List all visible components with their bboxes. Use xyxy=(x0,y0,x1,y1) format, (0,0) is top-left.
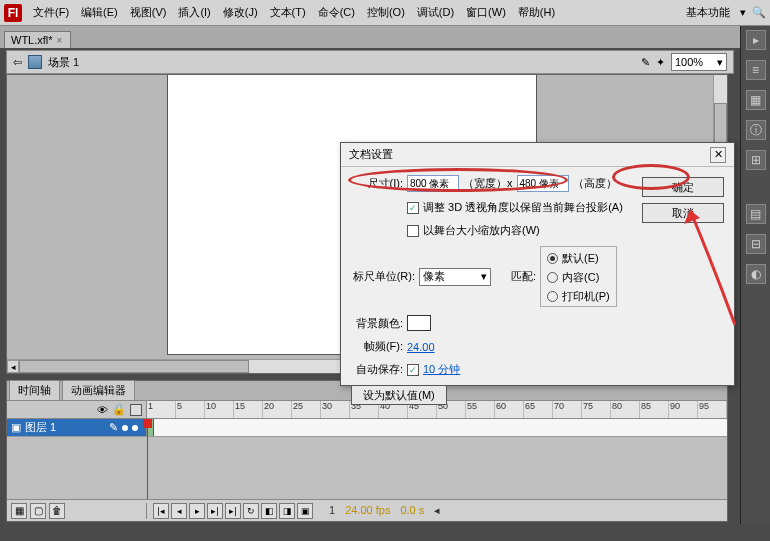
frames-track[interactable] xyxy=(147,419,727,436)
scale-content-checkbox[interactable] xyxy=(407,225,419,237)
panel-properties-icon[interactable]: ≡ xyxy=(746,60,766,80)
menu-file[interactable]: 文件(F) xyxy=(28,3,74,22)
match-content-radio[interactable] xyxy=(547,272,558,283)
lock-icon[interactable]: 🔒 xyxy=(112,403,126,416)
scene-label: 场景 1 xyxy=(48,55,79,70)
delete-layer-icon[interactable]: 🗑 xyxy=(49,503,65,519)
autosave-label: 自动保存: xyxy=(351,362,403,377)
layer-row[interactable]: ▣ 图层 1 ✎ xyxy=(7,419,727,437)
new-folder-icon[interactable]: ▢ xyxy=(30,503,46,519)
status-end-icon: ◂ xyxy=(434,504,440,517)
timeline-stats: 1 24.00 fps 0.0 s ◂ xyxy=(319,504,440,517)
new-layer-icon[interactable]: ▦ xyxy=(11,503,27,519)
match-group: 默认(E) 内容(C) 打印机(P) xyxy=(540,246,617,307)
match-default-radio[interactable] xyxy=(547,253,558,264)
panel-expand-icon[interactable]: ▸ xyxy=(746,30,766,50)
zoom-input[interactable]: 100% ▾ xyxy=(671,53,727,71)
menu-text[interactable]: 文本(T) xyxy=(265,3,311,22)
playback-controls: |◂ ◂ ▸ ▸| ▸| ↻ ◧ ◨ ▣ xyxy=(147,503,319,519)
scroll-h-thumb[interactable] xyxy=(19,360,249,373)
ruler-tick: 25 xyxy=(292,401,321,418)
scene-bar: ⇦ 场景 1 ✎ ✦ 100% ▾ xyxy=(6,50,734,74)
width-input[interactable]: 800 像素 xyxy=(407,175,459,192)
menu-bar: Fl 文件(F) 编辑(E) 视图(V) 插入(I) 修改(J) 文本(T) 命… xyxy=(0,0,770,26)
ruler-tick: 1 xyxy=(147,401,176,418)
menu-control[interactable]: 控制(O) xyxy=(362,3,410,22)
close-icon[interactable]: × xyxy=(57,35,63,46)
match-printer-radio[interactable] xyxy=(547,291,558,302)
panel-library-icon[interactable]: ▦ xyxy=(746,90,766,110)
set-default-button[interactable]: 设为默认值(M) xyxy=(351,385,447,405)
eye-icon[interactable]: 👁 xyxy=(97,404,108,416)
onion-outline-icon[interactable]: ◨ xyxy=(279,503,295,519)
adjust-3d-label: 调整 3D 透视角度以保留当前舞台投影(A) xyxy=(423,200,623,215)
scroll-left-icon[interactable]: ◂ xyxy=(7,360,19,373)
edit-scene-icon[interactable]: ✎ xyxy=(641,56,650,69)
scene-icon xyxy=(28,55,42,69)
autosave-checkbox[interactable]: ✓ xyxy=(407,364,419,376)
back-icon[interactable]: ⇦ xyxy=(13,56,22,69)
fps-input[interactable]: 24.00 xyxy=(407,341,435,353)
chevron-down-icon: ▾ xyxy=(481,270,487,283)
menu-view[interactable]: 视图(V) xyxy=(125,3,172,22)
menu-command[interactable]: 命令(C) xyxy=(313,3,360,22)
prev-frame-icon[interactable]: ◂ xyxy=(171,503,187,519)
onion-skin-icon[interactable]: ◧ xyxy=(261,503,277,519)
menu-debug[interactable]: 调试(D) xyxy=(412,3,459,22)
fps-label: 帧频(F): xyxy=(351,339,403,354)
workspace-switcher[interactable]: 基本功能 xyxy=(682,3,734,22)
height-suffix: （高度） xyxy=(573,176,617,191)
outline-icon[interactable] xyxy=(130,404,142,416)
symbol-icon[interactable]: ✦ xyxy=(656,56,665,69)
size-label: 尺寸(I): xyxy=(351,176,403,191)
tab-motion-editor[interactable]: 动画编辑器 xyxy=(62,380,135,400)
document-tabs: WTL.xfl* × xyxy=(0,26,770,48)
autosave-value[interactable]: 10 分钟 xyxy=(423,362,460,377)
panel-align-icon[interactable]: ⊟ xyxy=(746,234,766,254)
playhead[interactable] xyxy=(147,419,148,499)
edit-multi-icon[interactable]: ▣ xyxy=(297,503,313,519)
tab-timeline[interactable]: 时间轴 xyxy=(9,380,60,400)
bg-color-swatch[interactable] xyxy=(407,315,431,331)
layer-name[interactable]: ▣ 图层 1 ✎ xyxy=(7,419,147,436)
menu-items: 文件(F) 编辑(E) 视图(V) 插入(I) 修改(J) 文本(T) 命令(C… xyxy=(28,3,682,22)
adjust-3d-checkbox[interactable]: ✓ xyxy=(407,202,419,214)
ok-button[interactable]: 确定 xyxy=(642,177,724,197)
loop-icon[interactable]: ↻ xyxy=(243,503,259,519)
panel-transform-icon[interactable]: ⊞ xyxy=(746,150,766,170)
width-suffix: （宽度）x xyxy=(463,176,513,191)
play-icon[interactable]: ▸ xyxy=(189,503,205,519)
timeline-footer: ▦ ▢ 🗑 |◂ ◂ ▸ ▸| ▸| ↻ ◧ ◨ ▣ 1 24.00 fps 0… xyxy=(7,499,727,521)
last-frame-icon[interactable]: ▸| xyxy=(225,503,241,519)
panel-info-icon[interactable]: ⓘ xyxy=(746,120,766,140)
menu-edit[interactable]: 编辑(E) xyxy=(76,3,123,22)
next-frame-icon[interactable]: ▸| xyxy=(207,503,223,519)
document-settings-dialog: 文档设置 ✕ 尺寸(I): 800 像素 （宽度）x 480 像素 （高度） ✓… xyxy=(340,142,735,386)
right-panels: ▸ ≡ ▦ ⓘ ⊞ ▤ ⊟ ◐ xyxy=(740,26,770,524)
file-tab[interactable]: WTL.xfl* × xyxy=(4,31,71,48)
cancel-button[interactable]: 取消 xyxy=(642,203,724,223)
workspace-dropdown-icon[interactable]: ▾ xyxy=(740,6,746,19)
menu-help[interactable]: 帮助(H) xyxy=(513,3,560,22)
ruler-tick: 5 xyxy=(176,401,205,418)
scale-content-label: 以舞台大小缩放内容(W) xyxy=(423,223,540,238)
menu-window[interactable]: 窗口(W) xyxy=(461,3,511,22)
ruler-label: 标尺单位(R): xyxy=(351,269,415,284)
menu-modify[interactable]: 修改(J) xyxy=(218,3,263,22)
panel-swatches-icon[interactable]: ▤ xyxy=(746,204,766,224)
panel-color-icon[interactable]: ◐ xyxy=(746,264,766,284)
chevron-down-icon: ▾ xyxy=(717,56,723,69)
menu-insert[interactable]: 插入(I) xyxy=(173,3,215,22)
dialog-titlebar[interactable]: 文档设置 ✕ xyxy=(341,143,734,167)
ruler-unit-select[interactable]: 像素 ▾ xyxy=(419,268,491,286)
zoom-value: 100% xyxy=(675,56,703,68)
search-icon[interactable]: 🔍 xyxy=(752,6,766,20)
match-label: 匹配: xyxy=(511,269,536,284)
height-input[interactable]: 480 像素 xyxy=(517,175,569,192)
first-frame-icon[interactable]: |◂ xyxy=(153,503,169,519)
bg-label: 背景颜色: xyxy=(351,316,403,331)
fps-display: 24.00 fps xyxy=(345,504,390,517)
file-tab-label: WTL.xfl* xyxy=(11,34,53,46)
dialog-close-icon[interactable]: ✕ xyxy=(710,147,726,163)
timeline-body: ▣ 图层 1 ✎ xyxy=(7,419,727,499)
